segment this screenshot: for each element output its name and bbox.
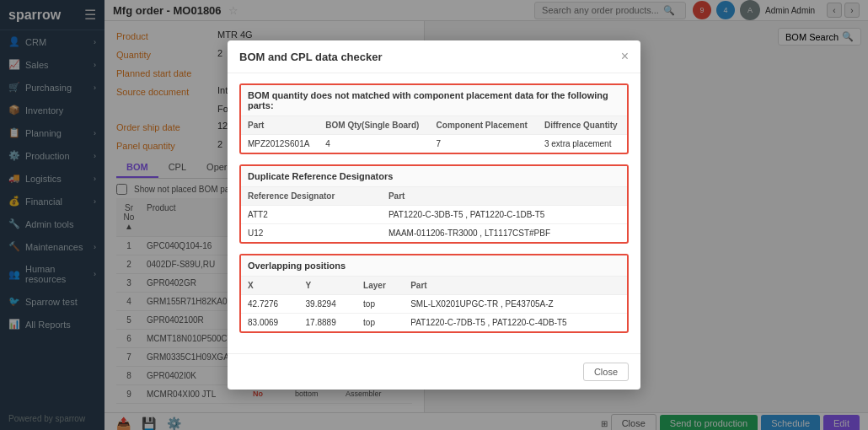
duplicate-ref-section: Duplicate Reference Designators Referenc… xyxy=(239,164,629,244)
y-value: 39.8294 xyxy=(299,295,357,314)
table-row: U12 MAAM-011206-TR3000 , LT1117CST#PBF xyxy=(241,224,627,243)
qty-mismatch-section: BOM quantity does not matched with compo… xyxy=(239,83,629,154)
part-value: SML-LX0201UPGC-TR , PE43705A-Z xyxy=(404,295,627,314)
duplicate-ref-body: ATT2 PAT1220-C-3DB-T5 , PAT1220-C-1DB-T5… xyxy=(241,206,627,243)
main-area: Mfg order - MO01806 ☆ 🔍 9 4 A Admin Admi… xyxy=(104,0,868,430)
modal: BOM and CPL data checker × BOM quantity … xyxy=(228,40,640,390)
modal-header: BOM and CPL data checker × xyxy=(228,40,640,73)
x-value: 42.7276 xyxy=(241,295,299,314)
y-value: 17.8889 xyxy=(299,314,357,332)
part-value: MAAM-011206-TR3000 , LT1117CST#PBF xyxy=(382,224,627,243)
overlapping-section: Overlapping positions X Y Layer Part xyxy=(239,254,629,333)
x-value: 83.0069 xyxy=(241,314,299,332)
layer-value: top xyxy=(356,314,404,332)
diff-qty-value: 3 extra placement xyxy=(538,135,627,153)
ref-des-value: U12 xyxy=(241,224,382,243)
header-bom-qty: BOM Qty(Single Board) xyxy=(319,116,429,135)
table-row: 83.0069 17.8889 top PAT1220-C-7DB-T5 , P… xyxy=(241,314,627,332)
header-comp-placement: Component Placement xyxy=(430,116,538,135)
overlapping-body: 42.7276 39.8294 top SML-LX0201UPGC-TR , … xyxy=(241,295,627,332)
header-y: Y xyxy=(299,277,357,295)
qty-mismatch-table: Part BOM Qty(Single Board) Component Pla… xyxy=(241,116,627,153)
header-part: Part xyxy=(404,277,627,295)
table-header-row: Reference Designator Part xyxy=(241,187,627,206)
modal-title: BOM and CPL data checker xyxy=(239,51,383,63)
duplicate-ref-title: Duplicate Reference Designators xyxy=(241,166,627,187)
header-diff-qty: Diffrence Quantity xyxy=(538,116,627,135)
comp-placement-value: 7 xyxy=(430,135,538,153)
layer-value: top xyxy=(356,295,404,314)
table-header-row: X Y Layer Part xyxy=(241,277,627,295)
overlapping-title: Overlapping positions xyxy=(241,255,627,277)
part-value: MPZ2012S601A xyxy=(241,135,319,153)
table-row: MPZ2012S601A 4 7 3 extra placement xyxy=(241,135,627,153)
modal-close-btn[interactable]: Close xyxy=(583,363,629,381)
modal-close-button[interactable]: × xyxy=(621,49,629,64)
overlapping-table: X Y Layer Part 42.7276 39.8294 top SML-L… xyxy=(241,277,627,331)
qty-mismatch-body: MPZ2012S601A 4 7 3 extra placement xyxy=(241,135,627,153)
part-value: PAT1220-C-7DB-T5 , PAT1220-C-4DB-T5 xyxy=(404,314,627,332)
header-x: X xyxy=(241,277,299,295)
header-part: Part xyxy=(241,116,319,135)
table-row: 42.7276 39.8294 top SML-LX0201UPGC-TR , … xyxy=(241,295,627,314)
modal-footer: Close xyxy=(228,353,640,390)
header-ref-des: Reference Designator xyxy=(241,187,382,206)
qty-mismatch-title: BOM quantity does not matched with compo… xyxy=(241,85,627,116)
header-part: Part xyxy=(382,187,627,206)
modal-overlay: BOM and CPL data checker × BOM quantity … xyxy=(0,0,868,430)
table-header-row: Part BOM Qty(Single Board) Component Pla… xyxy=(241,116,627,135)
duplicate-ref-table: Reference Designator Part ATT2 PAT1220-C… xyxy=(241,187,627,242)
ref-des-value: ATT2 xyxy=(241,206,382,224)
modal-body: BOM quantity does not matched with compo… xyxy=(228,73,640,353)
bom-qty-value: 4 xyxy=(319,135,429,153)
part-value: PAT1220-C-3DB-T5 , PAT1220-C-1DB-T5 xyxy=(382,206,627,224)
header-layer: Layer xyxy=(356,277,404,295)
table-row: ATT2 PAT1220-C-3DB-T5 , PAT1220-C-1DB-T5 xyxy=(241,206,627,224)
